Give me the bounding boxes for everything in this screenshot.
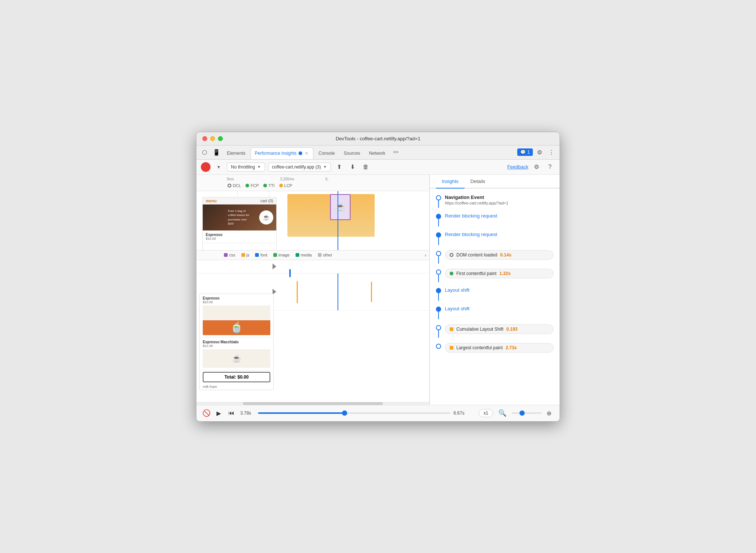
scrubber-track[interactable] <box>258 412 450 414</box>
macchiato-icon: ☕ <box>232 354 241 363</box>
insight-render-blocking-2: Render blocking request <box>430 229 560 247</box>
zoom-thumb[interactable] <box>519 410 525 416</box>
url-dropdown[interactable]: coffee-cart.netlify.app (3) ▼ <box>268 163 331 171</box>
cls-badge: Cumulative Layout Shift 0.193 <box>445 324 554 334</box>
close-button[interactable] <box>202 136 207 141</box>
nav-event-title: Navigation Event <box>445 194 554 200</box>
dropdown-arrow-btn[interactable]: ▼ <box>214 162 224 172</box>
download-icon[interactable]: ⬇ <box>347 162 358 172</box>
screenshot-toggle-icon[interactable]: 🚫 <box>202 409 211 417</box>
fcp-value: 1.32s <box>499 271 511 276</box>
toolbar: ▼ No throttling ▼ coffee-cart.netlify.ap… <box>196 160 560 175</box>
delete-icon[interactable]: 🗑 <box>361 162 371 172</box>
tab-sources[interactable]: Sources <box>340 147 364 159</box>
fcp-badge-label: First contentful paint <box>456 271 496 276</box>
tl-line-ls2 <box>438 312 439 319</box>
tab-network[interactable]: Network <box>365 147 389 159</box>
legend-font-label: font <box>260 253 267 257</box>
tab-console[interactable]: Console <box>315 147 339 159</box>
throttling-label: No throttling <box>231 164 255 170</box>
timeline-panel: 0ms 3,200ms 6, DCL FCP <box>196 175 430 405</box>
notifications-button[interactable]: 💬 1 <box>517 148 533 156</box>
chat-icon: 💬 <box>520 150 526 155</box>
tab-elements[interactable]: Elements <box>223 147 249 159</box>
fcp-badge: First contentful paint 1.32s <box>445 269 554 278</box>
throttling-dropdown[interactable]: No throttling ▼ <box>227 163 265 171</box>
maximize-button[interactable] <box>218 136 223 141</box>
notification-count: 1 <box>527 150 530 155</box>
hero-text: Free 1 bag of coffee beans for purchase … <box>227 207 252 227</box>
scrubber-thumb[interactable] <box>342 410 347 416</box>
tl-line-1 <box>438 200 439 208</box>
settings-icon[interactable]: ⚙ <box>534 147 545 157</box>
ls2-dot-icon <box>436 307 441 312</box>
play-button[interactable]: ▶ <box>215 408 222 418</box>
tab-elements-label: Elements <box>227 151 245 156</box>
tab-close-button[interactable]: ✕ <box>304 151 309 156</box>
macchiato-price: $12.00 <box>203 344 270 348</box>
horizontal-scrollbar[interactable] <box>196 402 429 405</box>
insight-dom-loaded: DOM content loaded 0.14s <box>430 247 560 266</box>
cursor-icon[interactable]: ⬡ <box>199 147 210 157</box>
product-espresso-2: Espresso $10.00 🍵 <box>200 294 273 338</box>
espresso-img: 🍵 <box>203 305 270 335</box>
zoom-out-icon[interactable]: 🔍 <box>496 408 509 418</box>
minimize-button[interactable] <box>210 136 215 141</box>
zoom-level-badge: x1 <box>479 409 493 417</box>
insight-cls: Cumulative Layout Shift 0.193 <box>430 321 560 340</box>
zoom-track[interactable] <box>512 412 541 414</box>
row1-expand-icon[interactable] <box>273 264 276 269</box>
timeline-dot-nav <box>436 194 441 208</box>
upload-icon[interactable]: ⬆ <box>334 162 344 172</box>
insight-navigation-event: Navigation Event https://coffee-cart.net… <box>430 192 560 210</box>
devtools-window: DevTools - coffee-cart.netlify.app/?ad=1… <box>196 132 560 422</box>
legend-image: image <box>273 253 290 257</box>
gear-icon[interactable]: ⚙ <box>531 162 542 172</box>
lcp-label: LCP <box>284 183 292 188</box>
fcp-green-dot-icon <box>450 272 453 275</box>
tab-performance-insights[interactable]: Performance insights ✕ <box>251 147 313 159</box>
collapse-icon[interactable]: › <box>425 252 426 258</box>
skip-to-start-button[interactable]: ⏮ <box>227 408 236 418</box>
zoom-in-icon[interactable]: ⊕ <box>544 409 554 418</box>
other-color-icon <box>318 253 322 257</box>
cls-value: 0.193 <box>506 327 518 332</box>
url-label: coffee-cart.netlify.app (3) <box>272 164 321 170</box>
toolbar-right: Feedback ⚙ ? <box>507 162 555 172</box>
fcp-marker: FCP <box>245 183 259 188</box>
tab-insights[interactable]: Insights <box>436 175 465 189</box>
lcp-value: 2.73s <box>506 345 517 350</box>
screenshot-thumbnail: ☕ <box>330 194 351 220</box>
tl-dot-fcp <box>436 268 441 282</box>
nav-event-url: https://coffee-cart.netlify.app/?ad=1 <box>445 201 554 205</box>
insight-render-blocking-1: Render blocking request <box>430 210 560 229</box>
layout-shift-link-1[interactable]: Layout shift <box>445 287 470 293</box>
font-color-icon <box>255 253 259 257</box>
macchiato-img: ☕ <box>203 349 270 368</box>
cls-content: Cumulative Layout Shift 0.193 <box>445 324 554 335</box>
bottom-bar: 🚫 ▶ ⏮ 3.78s 6.67s x1 🔍 ⊕ <box>196 405 560 421</box>
ls1-dot-icon <box>436 288 441 293</box>
tab-network-label: Network <box>369 151 385 156</box>
traffic-lights <box>202 136 223 141</box>
window-title: DevTools - coffee-cart.netlify.app/?ad=1 <box>336 136 420 141</box>
feedback-link[interactable]: Feedback <box>507 164 528 170</box>
tl-dot-rb1 <box>436 212 441 226</box>
device-icon[interactable]: 📱 <box>211 147 222 157</box>
espresso-name: Espresso <box>206 233 273 237</box>
render-blocking-link-1[interactable]: Render blocking request <box>445 213 497 219</box>
hero-cup-icon: ☕ <box>259 210 273 225</box>
help-icon[interactable]: ? <box>545 162 555 172</box>
tab-details[interactable]: Details <box>465 175 491 189</box>
coffee-cup-icon: ☕ <box>335 202 345 212</box>
layout-shift-link-2[interactable]: Layout shift <box>445 306 470 311</box>
scrollbar-thumb[interactable] <box>243 402 382 405</box>
legend-font: font <box>255 253 267 257</box>
network-row-1 <box>196 260 429 274</box>
menu-label: menu <box>206 199 216 203</box>
throttling-arrow-icon: ▼ <box>257 165 261 169</box>
render-blocking-link-2[interactable]: Render blocking request <box>445 232 497 237</box>
more-tabs-icon[interactable]: >> <box>391 147 401 157</box>
record-button[interactable] <box>201 162 211 172</box>
more-options-icon[interactable]: ⋮ <box>546 147 557 157</box>
